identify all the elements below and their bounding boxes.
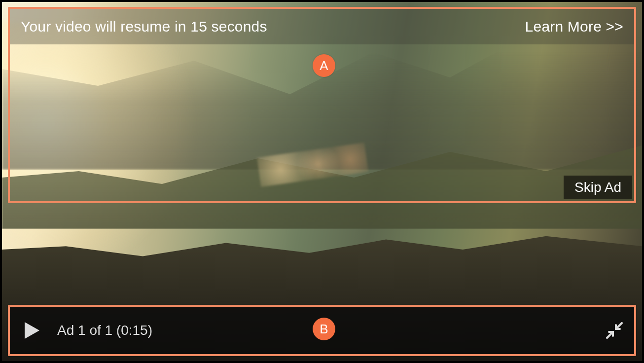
learn-more-link[interactable]: Learn More >> bbox=[525, 18, 623, 35]
play-button[interactable] bbox=[10, 307, 54, 354]
player-control-bar: Ad 1 of 1 (0:15) bbox=[10, 307, 634, 354]
exit-fullscreen-icon bbox=[606, 322, 623, 339]
video-player: Your video will resume in 15 seconds Lea… bbox=[0, 0, 644, 363]
exit-fullscreen-button[interactable] bbox=[595, 307, 634, 354]
skip-ad-label: Skip Ad bbox=[574, 180, 621, 195]
ad-progress-label: Ad 1 of 1 (0:15) bbox=[57, 323, 152, 338]
resume-countdown-text: Your video will resume in 15 seconds bbox=[21, 18, 267, 35]
svg-marker-0 bbox=[25, 322, 39, 339]
ad-notice-bar: Your video will resume in 15 seconds Lea… bbox=[10, 9, 634, 44]
play-icon bbox=[24, 321, 40, 340]
skip-ad-button[interactable]: Skip Ad bbox=[564, 176, 632, 199]
